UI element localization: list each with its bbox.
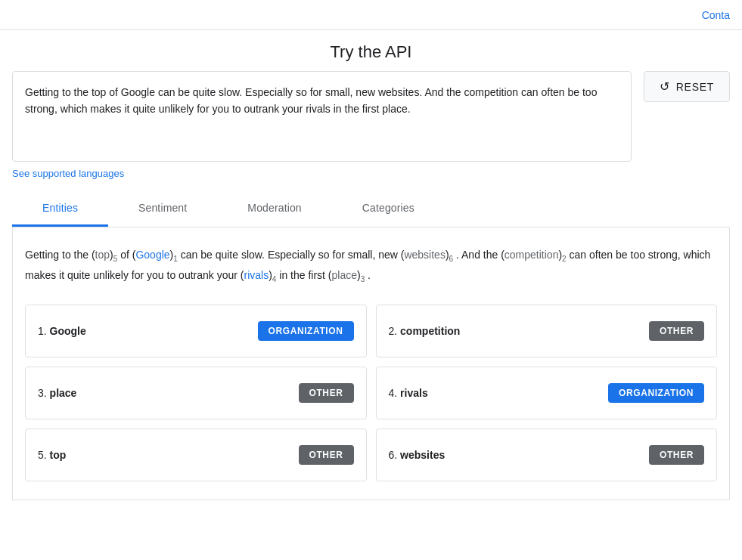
entity-card-label: 4. rivals	[389, 387, 428, 399]
entity-card-label: 6. websites	[389, 449, 446, 461]
input-row: Getting to the top of Google can be quit…	[12, 71, 730, 162]
page-title-area: Try the API	[0, 30, 742, 71]
main-content: Getting to the top of Google can be quit…	[0, 71, 742, 500]
reset-label: RESET	[676, 81, 714, 93]
page-title: Try the API	[0, 42, 742, 62]
entity-card: 6. websites OTHER	[376, 429, 718, 481]
results-area: Getting to the (top)5 of (Google)1 can b…	[12, 227, 730, 500]
supported-languages-link[interactable]: See supported languages	[12, 168, 730, 179]
entity-badge-organization: ORGANIZATION	[608, 383, 704, 403]
tab-entities[interactable]: Entities	[12, 191, 108, 227]
contact-link[interactable]: Conta	[702, 9, 730, 21]
tabs-container: Entities Sentiment Moderation Categories	[12, 191, 730, 227]
entity-badge-other: OTHER	[649, 321, 704, 341]
entity-card: 2. competition OTHER	[376, 305, 718, 357]
reset-icon: ↺	[660, 79, 670, 94]
entity-card: 1. Google ORGANIZATION	[25, 305, 367, 357]
entity-card-label: 1. Google	[38, 325, 86, 337]
entity-badge-other: OTHER	[299, 445, 354, 465]
entity-card-label: 5. top	[38, 449, 66, 461]
top-bar: Conta	[0, 0, 742, 30]
tab-categories[interactable]: Categories	[332, 191, 445, 227]
entity-card-label: 2. competition	[389, 325, 461, 337]
entity-card-label: 3. place	[38, 387, 76, 399]
entity-badge-other: OTHER	[299, 383, 354, 403]
entity-card: 3. place OTHER	[25, 367, 367, 419]
entity-badge-organization: ORGANIZATION	[258, 321, 354, 341]
entity-ref-top: top	[95, 249, 110, 261]
tab-sentiment[interactable]: Sentiment	[108, 191, 217, 227]
entity-badge-other: OTHER	[649, 445, 704, 465]
entity-card: 4. rivals ORGANIZATION	[376, 367, 718, 419]
entity-ref-competition: competition	[504, 249, 559, 261]
entity-ref-place: place	[332, 269, 357, 281]
tab-moderation[interactable]: Moderation	[217, 191, 331, 227]
text-input-area[interactable]: Getting to the top of Google can be quit…	[12, 71, 632, 162]
entity-grid: 1. Google ORGANIZATION 2. competition OT…	[25, 305, 717, 481]
annotated-text: Getting to the (top)5 of (Google)1 can b…	[25, 246, 717, 286]
entity-ref-google: Google	[135, 249, 169, 261]
entity-ref-rivals: rivals	[244, 269, 269, 281]
reset-button[interactable]: ↺ RESET	[644, 71, 730, 102]
entity-card: 5. top OTHER	[25, 429, 367, 481]
entity-ref-websites: websites	[404, 249, 445, 261]
